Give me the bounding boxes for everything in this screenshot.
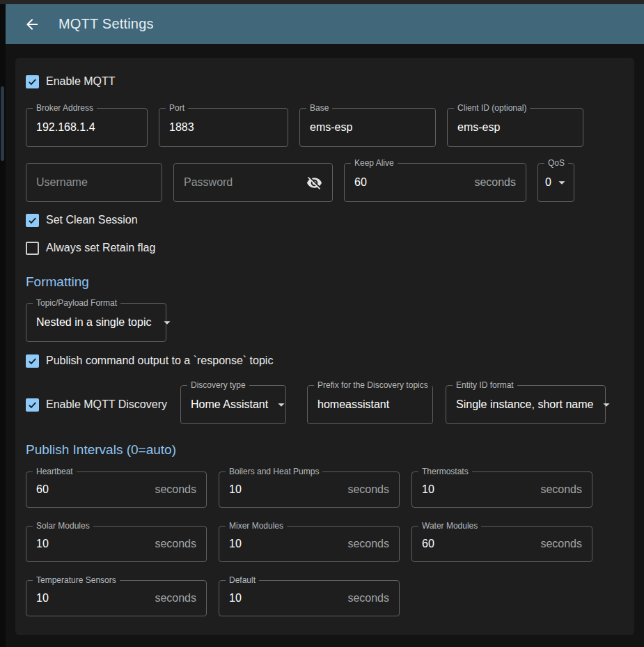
port-label: Port [166, 103, 188, 113]
page-title: MQTT Settings [58, 16, 154, 32]
water-interval-field[interactable]: Water Modules 60 seconds [411, 526, 592, 562]
discovery-row: Enable MQTT Discovery Discovery type Hom… [26, 385, 624, 424]
entity-id-format-select[interactable]: Entity ID format Single instance, short … [446, 385, 606, 424]
topic-format-label: Topic/Payload Format [33, 298, 120, 308]
retain-flag-checkbox[interactable] [26, 242, 39, 255]
keep-alive-value: 60 [354, 176, 367, 189]
enable-discovery-checkbox[interactable] [26, 398, 39, 412]
base-label: Base [306, 103, 332, 113]
discovery-prefix-label: Prefix for the Discovery topics [314, 380, 432, 390]
boilers-interval-field[interactable]: Boilers and Heat Pumps 10 seconds [219, 471, 400, 508]
publish-response-label: Publish command output to a `response` t… [46, 354, 273, 367]
default-suffix: seconds [347, 592, 389, 605]
heartbeat-suffix: seconds [155, 483, 196, 496]
temperature-value: 10 [36, 592, 49, 605]
thermostats-label: Thermostats [418, 467, 472, 476]
heartbeat-label: Heartbeat [33, 467, 77, 476]
enable-discovery-label: Enable MQTT Discovery [46, 398, 167, 411]
scrollbar-thumb[interactable] [1, 86, 4, 161]
solar-interval-field[interactable]: Solar Modules 10 seconds [26, 526, 207, 562]
default-interval-field[interactable]: Default 10 seconds [219, 580, 400, 616]
topic-format-value: Nested in a single topic [36, 316, 151, 329]
port-value: 1883 [169, 121, 194, 134]
clean-session-checkbox[interactable] [26, 214, 39, 227]
boilers-value: 10 [229, 483, 242, 496]
temperature-interval-field[interactable]: Temperature Sensors 10 seconds [26, 580, 207, 616]
solar-suffix: seconds [155, 538, 196, 550]
visibility-off-icon[interactable] [306, 175, 322, 191]
arrow-dropdown-icon [599, 397, 614, 412]
heartbeat-value: 60 [36, 483, 49, 496]
temperature-suffix: seconds [155, 592, 196, 605]
mixer-value: 10 [229, 538, 242, 550]
password-placeholder: Password [184, 176, 233, 189]
client-id-value: ems-esp [457, 121, 500, 134]
thermostats-interval-field[interactable]: Thermostats 10 seconds [411, 471, 592, 508]
broker-row: Broker Address 192.168.1.4 Port 1883 Bas… [26, 108, 624, 147]
topic-format-select[interactable]: Topic/Payload Format Nested in a single … [26, 303, 166, 342]
enable-discovery-row: Enable MQTT Discovery [26, 398, 180, 412]
boilers-label: Boilers and Heat Pumps [226, 467, 322, 476]
clean-session-label: Set Clean Session [46, 214, 138, 226]
settings-card: Enable MQTT Broker Address 192.168.1.4 P… [15, 58, 634, 635]
mixer-label: Mixer Modules [226, 521, 287, 531]
keep-alive-suffix: seconds [474, 176, 516, 189]
publish-response-checkbox[interactable] [26, 354, 39, 368]
enable-mqtt-label: Enable MQTT [46, 75, 116, 88]
broker-address-field[interactable]: Broker Address 192.168.1.4 [26, 108, 148, 147]
water-label: Water Modules [418, 521, 481, 531]
arrow-dropdown-icon [159, 315, 175, 330]
base-value: ems-esp [310, 121, 352, 134]
discovery-type-label: Discovery type [187, 380, 249, 390]
client-id-field[interactable]: Client ID (optional) ems-esp [447, 108, 583, 147]
retain-flag-label: Always set Retain flag [46, 242, 155, 254]
app-bar: MQTT Settings [6, 4, 644, 44]
client-id-label: Client ID (optional) [454, 103, 530, 113]
thermostats-suffix: seconds [540, 483, 582, 496]
discovery-type-value: Home Assistant [191, 398, 268, 411]
password-field[interactable]: Password [173, 163, 333, 202]
qos-value: 0 [545, 176, 551, 189]
keep-alive-field[interactable]: Keep Alive 60 seconds [344, 163, 526, 202]
entity-id-format-label: Entity ID format [453, 380, 517, 390]
water-value: 60 [422, 538, 434, 550]
thermostats-value: 10 [422, 483, 434, 496]
arrow-dropdown-icon [554, 175, 570, 190]
broker-address-value: 192.168.1.4 [36, 121, 95, 134]
topic-format-row: Topic/Payload Format Nested in a single … [26, 303, 624, 342]
water-suffix: seconds [540, 538, 582, 550]
arrow-dropdown-icon [274, 397, 289, 412]
intervals-grid: Heartbeat 60 seconds Boilers and Heat Pu… [26, 471, 624, 616]
retain-flag-row: Always set Retain flag [26, 241, 624, 255]
mixer-interval-field[interactable]: Mixer Modules 10 seconds [219, 526, 400, 562]
broker-address-label: Broker Address [33, 103, 97, 113]
window-left-edge [0, 4, 6, 647]
heartbeat-interval-field[interactable]: Heartbeat 60 seconds [26, 471, 207, 508]
formatting-heading: Formatting [26, 274, 624, 290]
discovery-prefix-field[interactable]: Prefix for the Discovery topics homeassi… [307, 385, 433, 424]
username-field[interactable]: Username [26, 163, 162, 202]
mixer-suffix: seconds [347, 538, 389, 550]
boilers-suffix: seconds [347, 483, 389, 496]
temperature-label: Temperature Sensors [33, 575, 120, 585]
default-label: Default [226, 575, 259, 585]
enable-mqtt-row: Enable MQTT [26, 75, 624, 88]
default-value: 10 [229, 592, 242, 605]
publish-response-row: Publish command output to a `response` t… [26, 354, 624, 368]
entity-id-format-value: Single instance, short name [456, 398, 593, 411]
port-field[interactable]: Port 1883 [159, 108, 288, 147]
discovery-prefix-value: homeassistant [317, 398, 389, 411]
qos-select[interactable]: QoS 0 [537, 163, 574, 202]
arrow-back-icon [24, 16, 40, 33]
credentials-row: Username Password Keep Alive 60 seconds … [26, 163, 624, 202]
clean-session-row: Set Clean Session [26, 213, 624, 227]
username-placeholder: Username [36, 176, 88, 189]
back-button[interactable] [18, 10, 46, 38]
publish-intervals-heading: Publish Intervals (0=auto) [26, 442, 624, 458]
enable-mqtt-checkbox[interactable] [26, 75, 39, 88]
base-field[interactable]: Base ems-esp [299, 108, 436, 147]
solar-label: Solar Modules [33, 521, 93, 531]
qos-label: QoS [544, 158, 568, 168]
keep-alive-label: Keep Alive [351, 158, 398, 168]
discovery-type-select[interactable]: Discovery type Home Assistant [180, 385, 286, 424]
